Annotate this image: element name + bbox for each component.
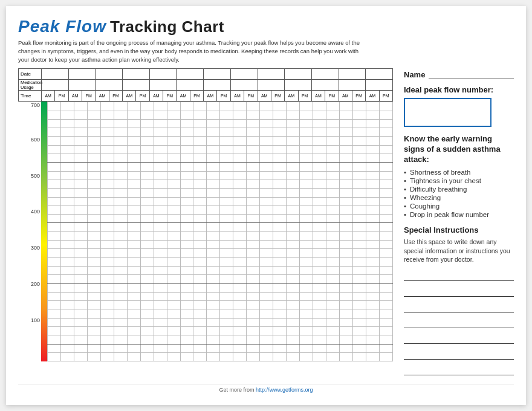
- data-cell: [220, 241, 233, 249]
- data-cell: [326, 171, 340, 180]
- write-line-3[interactable]: [404, 300, 514, 312]
- write-line-5[interactable]: [404, 332, 514, 344]
- data-cell: [154, 352, 167, 361]
- data-cell: [366, 241, 379, 249]
- data-cell: [154, 309, 167, 318]
- data-cell: [326, 241, 340, 249]
- subtitle-text: Peak flow monitoring is part of the ongo…: [18, 39, 369, 63]
- data-cell: [352, 223, 366, 231]
- data-cell: [313, 102, 326, 111]
- data-cell: [326, 145, 340, 154]
- data-cell: [300, 275, 313, 283]
- data-cell: [287, 309, 300, 318]
- data-cell: [154, 275, 167, 283]
- data-cell: [193, 231, 207, 240]
- data-cell: [339, 137, 352, 145]
- data-cell: [366, 128, 379, 137]
- data-cell: [74, 327, 87, 335]
- data-cell: [48, 171, 61, 180]
- ideal-peak-flow-box[interactable]: [404, 98, 491, 127]
- data-cell: [100, 266, 114, 274]
- data-row: [48, 301, 393, 309]
- y-300: 300: [31, 245, 40, 251]
- data-cell: [60, 223, 74, 231]
- data-cell: [220, 301, 233, 309]
- write-line-6[interactable]: [404, 348, 514, 360]
- data-cell: [207, 223, 220, 231]
- name-label: Name: [404, 70, 425, 79]
- data-cell: [287, 301, 300, 309]
- data-cell: [140, 154, 154, 163]
- data-cell: [352, 292, 366, 300]
- warning-list: Shortness of breath Tightness in your ch…: [404, 169, 514, 218]
- write-line-2[interactable]: [404, 285, 514, 297]
- data-cell: [220, 128, 233, 137]
- data-cell: [313, 145, 326, 154]
- data-cell: [300, 206, 313, 214]
- data-cell: [233, 145, 247, 154]
- write-line-4[interactable]: [404, 316, 514, 328]
- footer-link[interactable]: http://www.getforms.org: [256, 387, 313, 393]
- data-cell: [193, 241, 207, 249]
- data-cell: [60, 335, 74, 344]
- data-cell: [207, 309, 220, 318]
- data-cell: [379, 301, 392, 309]
- data-cell: [233, 327, 247, 335]
- data-cell: [193, 206, 207, 214]
- data-cell: [193, 102, 207, 111]
- data-cell: [87, 215, 100, 223]
- data-cell: [233, 231, 247, 240]
- write-line-7[interactable]: [404, 363, 514, 375]
- data-cell: [352, 301, 366, 309]
- chart-header-table: Date: [18, 68, 393, 102]
- data-cell: [379, 102, 392, 111]
- data-cell: [366, 283, 379, 292]
- data-cell: [287, 154, 300, 163]
- data-cell: [352, 102, 366, 111]
- data-row: [48, 344, 393, 352]
- write-line-1[interactable]: [404, 269, 514, 281]
- data-cell: [48, 197, 61, 206]
- data-cell: [154, 197, 167, 206]
- data-cell: [100, 197, 114, 206]
- data-cell: [74, 197, 87, 206]
- data-cell: [300, 180, 313, 188]
- data-cell: [379, 335, 392, 344]
- data-cell: [339, 275, 352, 283]
- data-cell: [114, 352, 127, 361]
- name-input-line[interactable]: [429, 70, 514, 79]
- data-cell: [87, 335, 100, 344]
- data-cell: [233, 154, 247, 163]
- data-cell: [233, 215, 247, 223]
- data-cell: [260, 102, 273, 111]
- data-cell: [260, 344, 273, 352]
- data-cell: [247, 163, 260, 171]
- data-cell: [154, 206, 167, 214]
- data-cell: [114, 180, 127, 188]
- data-cell: [193, 318, 207, 326]
- data-cell: [326, 249, 340, 257]
- data-cell: [313, 206, 326, 214]
- data-cell: [352, 241, 366, 249]
- data-cell: [180, 335, 193, 344]
- data-cell: [114, 171, 127, 180]
- data-cell: [300, 327, 313, 335]
- data-cell: [180, 145, 193, 154]
- data-cell: [273, 231, 287, 240]
- data-cell: [366, 171, 379, 180]
- data-cell: [60, 301, 74, 309]
- data-cell: [287, 292, 300, 300]
- data-cell: [100, 344, 114, 352]
- data-cell: [220, 215, 233, 223]
- data-cell: [74, 154, 87, 163]
- data-cell: [48, 163, 61, 171]
- data-cell: [207, 275, 220, 283]
- data-cell: [87, 283, 100, 292]
- data-row: [48, 318, 393, 326]
- data-cell: [352, 119, 366, 128]
- data-cell: [260, 145, 273, 154]
- data-cell: [233, 344, 247, 352]
- data-cell: [87, 206, 100, 214]
- data-cell: [167, 102, 180, 111]
- data-cell: [180, 102, 193, 111]
